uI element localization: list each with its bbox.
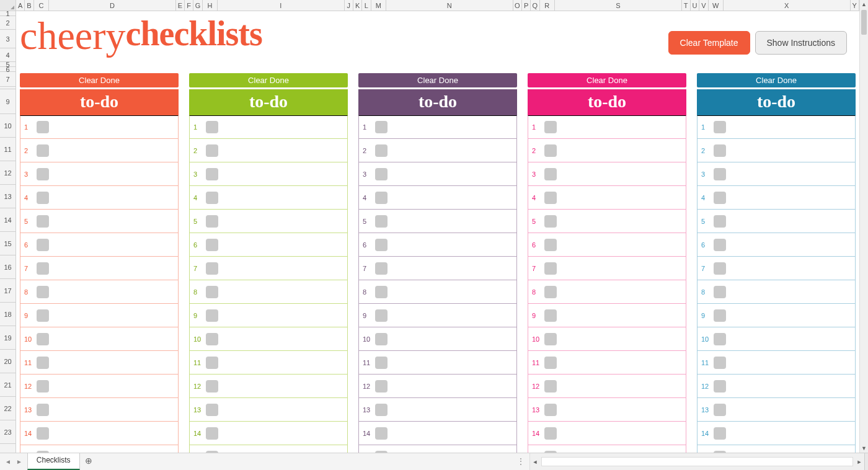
list-item[interactable]: 9	[358, 304, 517, 327]
list-item[interactable]: 3	[20, 162, 179, 186]
clear-done-button[interactable]: Clear Done	[697, 73, 856, 87]
list-item[interactable]: 9	[697, 304, 856, 327]
list-item[interactable]: 8	[20, 280, 179, 304]
item-checkbox[interactable]	[375, 239, 388, 251]
col-header-K[interactable]: K	[353, 0, 362, 11]
col-header-Y[interactable]: Y	[851, 0, 859, 11]
row-header-6[interactable]: 6	[0, 67, 16, 72]
item-checkbox[interactable]	[714, 357, 726, 369]
col-header-H[interactable]: H	[203, 0, 218, 11]
row-header-20[interactable]: 20	[0, 350, 16, 373]
list-item[interactable]: 8	[358, 280, 517, 304]
scroll-down-button[interactable]: ▼	[860, 444, 868, 453]
item-checkbox[interactable]	[375, 262, 388, 275]
list-item[interactable]: 7	[189, 257, 348, 280]
col-header-W[interactable]: W	[709, 0, 724, 11]
item-checkbox[interactable]	[714, 309, 726, 322]
list-item[interactable]: 12	[358, 375, 517, 398]
tab-prev-icon[interactable]: ►	[15, 458, 24, 465]
list-item[interactable]: 13	[697, 398, 856, 422]
row-header-12[interactable]: 12	[0, 161, 16, 185]
list-item[interactable]: 4	[20, 186, 179, 210]
list-item[interactable]: 12	[528, 375, 686, 398]
item-checkbox[interactable]	[714, 168, 726, 180]
tab-first-icon[interactable]: ◄	[4, 458, 12, 465]
col-header-D[interactable]: D	[49, 0, 176, 11]
list-header[interactable]: to-do	[20, 89, 179, 115]
item-checkbox[interactable]	[375, 215, 388, 228]
list-item[interactable]: 2	[189, 139, 348, 162]
list-item[interactable]: 13	[358, 398, 517, 422]
item-checkbox[interactable]	[375, 192, 388, 204]
list-item[interactable]: 13	[20, 398, 179, 422]
item-checkbox[interactable]	[206, 168, 218, 180]
item-checkbox[interactable]	[544, 144, 557, 157]
col-header-A[interactable]: A	[16, 0, 25, 11]
item-checkbox[interactable]	[206, 427, 218, 440]
item-checkbox[interactable]	[544, 404, 557, 416]
item-checkbox[interactable]	[375, 144, 388, 157]
list-item[interactable]: 5	[697, 210, 856, 233]
row-header-21[interactable]: 21	[0, 373, 16, 397]
item-checkbox[interactable]	[206, 239, 218, 251]
list-item[interactable]: 10	[189, 327, 348, 351]
clear-template-button[interactable]: Clear Template	[668, 31, 750, 55]
item-checkbox[interactable]	[375, 357, 388, 369]
item-checkbox[interactable]	[206, 333, 218, 345]
list-item[interactable]: 6	[697, 233, 856, 257]
worksheet[interactable]: cheerychecklists Clear Template Show Ins…	[16, 11, 859, 453]
item-checkbox[interactable]	[206, 144, 218, 157]
item-checkbox[interactable]	[375, 404, 388, 416]
list-item[interactable]: 2	[697, 139, 856, 162]
list-item[interactable]: 9	[20, 304, 179, 327]
item-checkbox[interactable]	[37, 262, 49, 275]
list-header[interactable]: to-do	[358, 89, 517, 115]
select-all-corner[interactable]	[0, 0, 16, 11]
list-item[interactable]: 6	[528, 233, 686, 257]
list-item[interactable]: 15	[358, 445, 517, 453]
scroll-up-button[interactable]: ▲	[860, 0, 868, 9]
list-item[interactable]: 15	[189, 445, 348, 453]
item-checkbox[interactable]	[206, 121, 218, 133]
list-item[interactable]: 6	[189, 233, 348, 257]
col-header-S[interactable]: S	[555, 0, 682, 11]
list-item[interactable]: 15	[697, 445, 856, 453]
row-header-11[interactable]: 11	[0, 138, 16, 161]
list-item[interactable]: 12	[697, 375, 856, 398]
item-checkbox[interactable]	[714, 192, 726, 204]
item-checkbox[interactable]	[544, 262, 557, 275]
list-item[interactable]: 2	[358, 139, 517, 162]
item-checkbox[interactable]	[544, 239, 557, 251]
item-checkbox[interactable]	[206, 262, 218, 275]
item-checkbox[interactable]	[714, 215, 726, 228]
col-header-N[interactable]: N	[386, 0, 513, 11]
list-item[interactable]: 3	[697, 162, 856, 186]
list-item[interactable]: 5	[528, 210, 686, 233]
list-item[interactable]: 10	[528, 327, 686, 351]
list-item[interactable]: 2	[20, 139, 179, 162]
list-item[interactable]: 1	[697, 115, 856, 139]
list-item[interactable]: 9	[528, 304, 686, 327]
item-checkbox[interactable]	[37, 333, 49, 345]
item-checkbox[interactable]	[37, 380, 49, 392]
col-header-J[interactable]: J	[345, 0, 353, 11]
list-item[interactable]: 14	[358, 422, 517, 445]
item-checkbox[interactable]	[37, 404, 49, 416]
col-header-F[interactable]: F	[185, 0, 193, 11]
list-item[interactable]: 7	[20, 257, 179, 280]
item-checkbox[interactable]	[206, 380, 218, 392]
list-item[interactable]: 7	[528, 257, 686, 280]
list-item[interactable]: 2	[528, 139, 686, 162]
item-checkbox[interactable]	[37, 357, 49, 369]
item-checkbox[interactable]	[206, 357, 218, 369]
row-header-1[interactable]: 1	[0, 11, 16, 16]
item-checkbox[interactable]	[37, 192, 49, 204]
row-header-13[interactable]: 13	[0, 185, 16, 208]
horizontal-scrollbar[interactable]: ◄ ►	[529, 453, 864, 470]
item-checkbox[interactable]	[544, 192, 557, 204]
row-header-2[interactable]: 2	[0, 16, 16, 30]
col-header-B[interactable]: B	[25, 0, 33, 11]
row-header-22[interactable]: 22	[0, 397, 16, 420]
col-header-R[interactable]: R	[540, 0, 556, 11]
list-item[interactable]: 14	[697, 422, 856, 445]
